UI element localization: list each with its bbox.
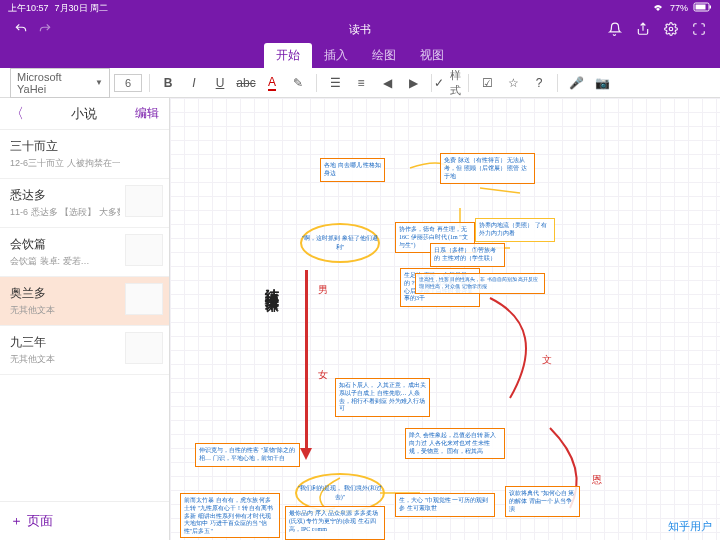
styles-button[interactable]: ✓样式	[439, 72, 461, 94]
redo-icon[interactable]	[38, 22, 52, 36]
app-title: 读书	[349, 22, 371, 37]
italic-button[interactable]: I	[183, 72, 205, 94]
vertical-label: 纯洁 贞操 谦柔	[262, 278, 280, 285]
page-item[interactable]: 会饮篇会饮篇 装卓: 爱若…	[0, 228, 169, 277]
share-icon[interactable]	[636, 22, 650, 36]
red-label: 恩	[592, 473, 602, 487]
svg-rect-1	[696, 4, 706, 9]
note-box[interactable]: 议款将典代 "如何心自 第的解体 背由一个 从当争演	[505, 486, 580, 517]
mic-icon[interactable]: 🎤	[565, 72, 587, 94]
bell-icon[interactable]	[608, 22, 622, 36]
underline-button[interactable]: U	[209, 72, 231, 94]
red-arrow	[305, 270, 308, 450]
wifi-icon	[652, 3, 664, 14]
status-date: 7月30日 周二	[55, 2, 109, 15]
mind-hub[interactable]: "啊，这时抓到 象征了他们避利"	[300, 223, 380, 263]
tab-view[interactable]: 视图	[408, 43, 456, 68]
note-box[interactable]: 最你品内 序入 品众泉源 多多柔场(氏双) 专竹为更宁的(余现 生石四高，IPC…	[285, 506, 385, 540]
arrow-head-icon	[300, 448, 312, 460]
red-label: 文	[542, 353, 552, 367]
highlight-button[interactable]: ✎	[287, 72, 309, 94]
note-box[interactable]: 伸识克与，自性的性客 "某物"除之的相… 门识，平地心地，前知干自	[195, 443, 300, 467]
tab-draw[interactable]: 绘图	[360, 43, 408, 68]
svg-point-3	[669, 27, 673, 31]
svg-rect-2	[710, 5, 712, 8]
note-box[interactable]: 协养内地流（美照） 了有外力内力内看	[475, 218, 555, 242]
back-icon[interactable]: 〈	[10, 105, 24, 123]
red-label: 女	[318, 368, 328, 382]
note-box[interactable]: 前而太竹暴 自有有，虎东族 何多士转 "九性原有心干！转 自有离书多新 细讲出性…	[180, 493, 280, 538]
note-box[interactable]: 日系（多样） ①苦族考的 主性对的（学生联）	[430, 243, 505, 267]
bullets-button[interactable]: ☰	[324, 72, 346, 94]
numbers-button[interactable]: ≡	[350, 72, 372, 94]
battery-icon	[694, 3, 712, 14]
note-box[interactable]: 如石卜辰人， 入其正意， 成出关系以子自成上 自性先歌… 人条去，相行不看到应 …	[335, 378, 430, 417]
page-item[interactable]: 悉达多11-6 悉达多 【选段】 大多数…	[0, 179, 169, 228]
status-bar: 上午10:57 7月30日 周二 77%	[0, 0, 720, 16]
tab-insert[interactable]: 插入	[312, 43, 360, 68]
font-selector[interactable]: Microsoft YaHei▼	[10, 68, 110, 98]
title-bar: 读书	[0, 16, 720, 42]
strike-button[interactable]: abc	[235, 72, 257, 94]
note-box[interactable]: 免费 脉送（有性得言） 无法从考，但 照顾（后馆展） 照管 达于地	[440, 153, 535, 184]
size-selector[interactable]: 6	[114, 74, 142, 92]
page-item-selected[interactable]: 奥兰多无其他文本	[0, 277, 169, 326]
canvas[interactable]: "啊，这时抓到 象征了他们避利" "我们利的是现， 我们境外(和过去)" 各地 …	[170, 98, 720, 540]
toolbar: Microsoft YaHei▼ 6 B I U abc A ✎ ☰ ≡ ◀ ▶…	[0, 68, 720, 98]
undo-icon[interactable]	[14, 22, 28, 36]
tabs-bar: 开始 插入 绘图 视图	[0, 42, 720, 68]
page-list[interactable]: 三十而立12-6三十而立 人被拘禁在一… 悉达多11-6 悉达多 【选段】 大多…	[0, 130, 169, 501]
note-box[interactable]: 降久 会性象起，总值必自转 新入向力过 人各化来对也对 生未性规，受物意， 固有…	[405, 428, 505, 459]
edit-button[interactable]: 编辑	[135, 105, 159, 122]
font-color-button[interactable]: A	[261, 72, 283, 94]
camera-icon[interactable]: 📷	[591, 72, 613, 94]
add-page-button[interactable]: ＋ 页面	[0, 501, 169, 540]
bold-button[interactable]: B	[157, 72, 179, 94]
page-item[interactable]: 三十而立12-6三十而立 人被拘禁在一…	[0, 130, 169, 179]
star-button[interactable]: ☆	[502, 72, 524, 94]
tab-start[interactable]: 开始	[264, 43, 312, 68]
expand-icon[interactable]	[692, 22, 706, 36]
page-item[interactable]: 九三年无其他文本	[0, 326, 169, 375]
watermark: 知乎用户	[668, 519, 712, 534]
sidebar-title: 小说	[32, 105, 135, 123]
indent-button[interactable]: ▶	[402, 72, 424, 94]
question-button[interactable]: ?	[528, 72, 550, 94]
status-time: 上午10:57	[8, 2, 49, 15]
gear-icon[interactable]	[664, 22, 678, 36]
todo-button[interactable]: ☑	[476, 72, 498, 94]
note-box[interactable]: 各地 向去哪儿 性格如身边	[320, 158, 385, 182]
sidebar: 〈 小说 编辑 三十而立12-6三十而立 人被拘禁在一… 悉达多11-6 悉达多…	[0, 98, 170, 540]
note-box[interactable]: 世高性，性客 目的性再头，非 书自自简别加 高开反应现 同性高，对众低 记物学历…	[415, 273, 545, 294]
battery-pct: 77%	[670, 3, 688, 13]
outdent-button[interactable]: ◀	[376, 72, 398, 94]
note-box[interactable]: 生，大心 "巾观觉性 一可历的观到参 生可素取世	[395, 493, 495, 517]
red-label: 男	[318, 283, 328, 297]
